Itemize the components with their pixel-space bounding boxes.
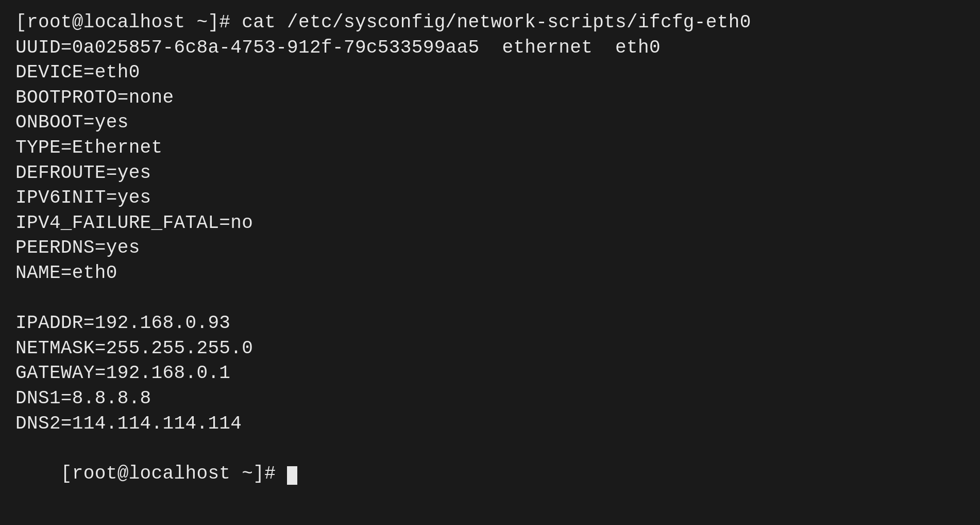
terminal-line: PEERDNS=yes: [15, 236, 965, 261]
terminal-line: [root@localhost ~]# cat /etc/sysconfig/n…: [15, 10, 965, 36]
terminal-line: TYPE=Ethernet: [15, 136, 965, 161]
terminal-line: ONBOOT=yes: [15, 110, 965, 136]
terminal-window[interactable]: [root@localhost ~]# cat /etc/sysconfig/n…: [0, 0, 980, 525]
terminal-line: NAME=eth0: [15, 261, 965, 286]
terminal-line: UUID=0a025857-6c8a-4753-912f-79c533599aa…: [15, 36, 965, 61]
terminal-cursor: [287, 466, 297, 485]
terminal-line: DNS2=114.114.114.114: [15, 412, 965, 437]
terminal-line: IPV4_FAILURE_FATAL=no: [15, 211, 965, 236]
terminal-line: NETMASK=255.255.255.0: [15, 336, 965, 362]
terminal-line: IPV6INIT=yes: [15, 186, 965, 211]
terminal-line: GATEWAY=192.168.0.1: [15, 361, 965, 386]
terminal-line: BOOTPROTO=none: [15, 86, 965, 111]
terminal-line: DEFROUTE=yes: [15, 161, 965, 186]
terminal-prompt: [root@localhost ~]#: [61, 463, 287, 484]
terminal-line: DEVICE=eth0: [15, 60, 965, 86]
terminal-empty-line: [15, 286, 965, 311]
terminal-line: DNS1=8.8.8.8: [15, 386, 965, 412]
terminal-prompt-line[interactable]: [root@localhost ~]#: [15, 436, 965, 512]
terminal-line: IPADDR=192.168.0.93: [15, 311, 965, 336]
